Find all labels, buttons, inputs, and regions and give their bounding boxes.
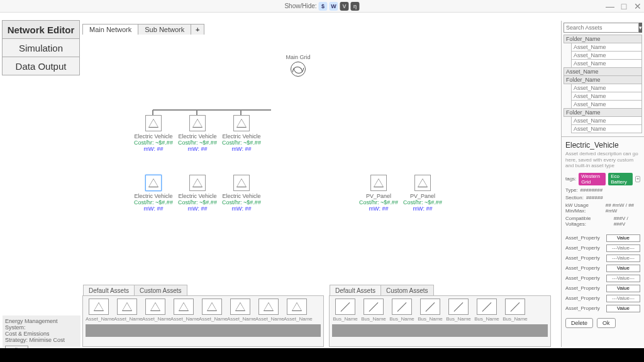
- palette-item[interactable]: Asset_Name: [170, 299, 197, 322]
- palette-item[interactable]: Bus_Name: [445, 299, 472, 322]
- asset-ev-1[interactable]: Electric Vehicle Cost/hr: ~$#.## mW: ##: [131, 115, 175, 152]
- close-button[interactable]: ✕: [633, 1, 643, 11]
- ev-icon: [233, 175, 250, 191]
- main-grid-label: Main Grid: [282, 54, 314, 60]
- title-bar: Show/Hide: $ W V η — □ ✕: [0, 0, 644, 13]
- tag[interactable]: Eco Battery: [608, 173, 633, 185]
- asset-name: Electric Vehicle: [131, 133, 175, 140]
- show-hide-label: Show/Hide:: [284, 3, 316, 9]
- tree-item[interactable]: Asset_Name: [571, 100, 642, 109]
- asset-tree: Folder_Name Asset_Name Asset_Name Asset_…: [564, 35, 642, 133]
- palette-item[interactable]: Asset_Name: [86, 299, 112, 322]
- property-input[interactable]: [606, 305, 640, 312]
- palette-item[interactable]: Asset_Name: [142, 299, 169, 322]
- toggle-eff[interactable]: η: [351, 2, 360, 11]
- palette-item[interactable]: Asset_Name: [284, 299, 310, 322]
- property-input[interactable]: [606, 265, 640, 272]
- network-tabs: Main Network Sub Network +: [82, 23, 204, 35]
- ev-icon: [189, 175, 206, 191]
- asset-ev-2[interactable]: Electric Vehicle Cost/hr: ~$#.## mW: ##: [175, 115, 219, 152]
- tab-sub-network[interactable]: Sub Network: [138, 24, 191, 35]
- scrollbar[interactable]: [561, 21, 562, 347]
- filter-button[interactable]: ▾: [639, 23, 642, 33]
- minimize-button[interactable]: —: [605, 1, 615, 11]
- window-controls: — □ ✕: [605, 1, 643, 11]
- toggle-watt[interactable]: W: [330, 2, 338, 11]
- palette-item[interactable]: Asset_Name: [199, 299, 225, 322]
- tab-add[interactable]: +: [191, 24, 204, 35]
- selected-asset-title: Electric_Vehicle: [565, 141, 640, 150]
- mode-simulation[interactable]: Simulation: [2, 38, 80, 57]
- mode-menu: Network Editor Simulation Data Output: [2, 20, 80, 75]
- mode-network-editor[interactable]: Network Editor: [2, 20, 80, 39]
- asset-ev-4-selected[interactable]: Electric Vehicle Cost/hr: ~$#.## mW: ##: [131, 175, 175, 212]
- property-row: Asset_Property: [565, 234, 640, 243]
- property-input[interactable]: [606, 275, 640, 282]
- palette-tab-custom[interactable]: Custom Assets: [380, 285, 434, 295]
- property-input[interactable]: [606, 285, 640, 292]
- property-input[interactable]: [606, 234, 640, 242]
- tree-item[interactable]: Asset_Name: [571, 84, 642, 92]
- tree-item[interactable]: Asset_Name: [571, 124, 642, 133]
- property-input[interactable]: [606, 295, 640, 302]
- properties-panel: ▾ Folder_Name Asset_Name Asset_Name Asse…: [561, 21, 644, 347]
- palette-item[interactable]: Bus_Name: [474, 299, 500, 322]
- selected-asset-desc: Asset derived description can go here, s…: [565, 151, 640, 169]
- network-canvas[interactable]: Main Grid Electric Vehicle Cost/hr: ~$#.…: [82, 35, 556, 294]
- pv-icon: [370, 175, 387, 191]
- asset-pv-2[interactable]: PV_Panel Cost/hr: ~$#.## mW: ##: [401, 175, 445, 212]
- palette-item[interactable]: Bus_Name: [389, 299, 415, 322]
- tree-item[interactable]: Asset_Name: [571, 116, 642, 125]
- add-tag-button[interactable]: +: [635, 176, 640, 182]
- bus-palette: Default Assets Custom Assets Bus_Name Bu…: [329, 295, 551, 347]
- tree-folder[interactable]: Folder_Name: [564, 35, 642, 43]
- ev-icon: [233, 115, 250, 131]
- asset-mw: mW: ##: [131, 146, 175, 152]
- ems-title: Energy Management System:: [5, 318, 78, 331]
- footer-bar: [0, 348, 644, 362]
- ok-button[interactable]: Ok: [597, 318, 616, 328]
- ev-icon: [189, 115, 206, 131]
- tree-item[interactable]: Asset_Name: [571, 51, 642, 60]
- tree-item[interactable]: Asset_Name: [571, 92, 642, 101]
- asset-ev-5[interactable]: Electric Vehicle Cost/hr: ~$#.## mW: ##: [175, 175, 219, 212]
- palette-item[interactable]: Bus_Name: [360, 299, 387, 322]
- palette-item[interactable]: Bus_Name: [417, 299, 443, 322]
- tab-main-network[interactable]: Main Network: [82, 24, 138, 35]
- delete-button[interactable]: Delete: [565, 318, 593, 328]
- ems-panel: Energy Management System: Cost & Emissio…: [3, 315, 80, 347]
- palette-tab-default[interactable]: Default Assets: [83, 285, 135, 295]
- ems-strategy: Strategy: Minimise Cost: [5, 337, 78, 343]
- tree-item[interactable]: Asset_Name: [571, 59, 642, 68]
- property-input[interactable]: [606, 244, 640, 252]
- asset-pv-1[interactable]: PV_Panel Cost/hr: ~$#.## mW: ##: [357, 175, 401, 212]
- palette-item[interactable]: Bus_Name: [502, 299, 528, 322]
- ev-icon: [145, 115, 162, 131]
- palette-item[interactable]: Asset_Name: [255, 299, 282, 322]
- main-grid-node[interactable]: Main Grid: [282, 54, 314, 77]
- ems-line1: Cost & Emissions: [5, 331, 78, 337]
- tree-item[interactable]: Asset_Name: [571, 43, 642, 52]
- mode-data-output[interactable]: Data Output: [2, 57, 80, 75]
- tree-folder[interactable]: Folder_Name: [564, 108, 642, 117]
- asset-palette: Default Assets Custom Assets Asset_Name …: [82, 295, 324, 347]
- asset-search: ▾: [564, 23, 642, 33]
- asset-ev-3[interactable]: Electric Vehicle Cost/hr: ~$#.## mW: ##: [219, 115, 264, 152]
- asset-ev-6[interactable]: Electric Vehicle Cost/hr: ~$#.## mW: ##: [219, 175, 264, 212]
- toggle-cost[interactable]: $: [319, 2, 328, 11]
- search-input[interactable]: [564, 23, 639, 33]
- tree-folder[interactable]: Folder_Name: [564, 75, 642, 84]
- palette-item[interactable]: Asset_Name: [227, 299, 253, 322]
- grid-icon: [291, 62, 306, 77]
- palette-item[interactable]: Asset_Name: [114, 299, 140, 322]
- property-input[interactable]: [606, 255, 640, 262]
- pv-icon: [414, 175, 431, 191]
- palette-tab-default[interactable]: Default Assets: [330, 285, 381, 295]
- maximize-button[interactable]: □: [619, 1, 629, 11]
- palette-item[interactable]: Bus_Name: [332, 299, 358, 322]
- tree-folder[interactable]: Asset_Name: [564, 67, 642, 76]
- toggle-volt[interactable]: V: [340, 2, 349, 11]
- tag[interactable]: Western Grid: [579, 173, 606, 185]
- ev-icon: [145, 175, 162, 191]
- palette-tab-custom[interactable]: Custom Assets: [134, 285, 187, 295]
